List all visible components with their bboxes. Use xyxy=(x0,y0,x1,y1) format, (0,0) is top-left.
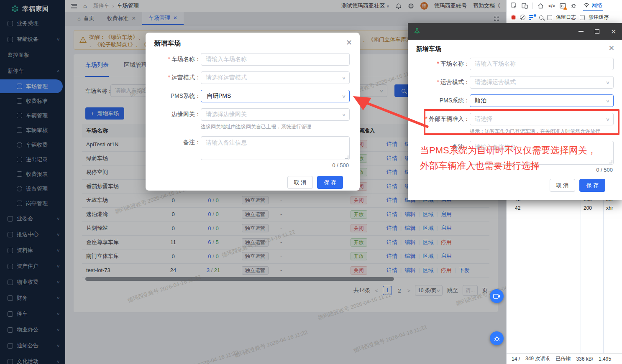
device-toolbar-icon[interactable] xyxy=(522,3,528,9)
pin-icon[interactable] xyxy=(414,28,420,35)
chevron-down-icon: ∨ xyxy=(606,99,610,104)
inspect-element-icon[interactable] xyxy=(511,3,517,9)
pms-field: PMS系统： 自研PMS∨ xyxy=(154,90,351,102)
tab-network[interactable]: 网络 xyxy=(583,0,603,11)
cancel-button[interactable]: 取 消 xyxy=(550,179,576,192)
lot-name-input[interactable]: 请输入车场名称 xyxy=(470,58,614,70)
annotation-arrow-icon xyxy=(348,92,432,130)
status-summary-item: 14 / xyxy=(512,356,520,362)
close-icon[interactable]: ✕ xyxy=(609,44,614,53)
text-caret xyxy=(206,93,206,99)
modal-title: 新增车场 xyxy=(146,33,360,48)
sources-panel-icon[interactable]: </> xyxy=(548,3,555,8)
filter-icon[interactable] xyxy=(529,15,535,20)
bug-icon xyxy=(494,335,500,342)
chevron-down-icon: ∨ xyxy=(342,112,346,117)
remark-textarea[interactable]: 请输入备注信息 xyxy=(201,136,350,160)
op-mode-field: *运营模式： 请选择运营模式∨ xyxy=(154,71,351,84)
preserve-log-label: 保留日志 xyxy=(556,14,576,21)
close-icon[interactable]: ✕ xyxy=(346,38,352,47)
status-summary-item: 336 kB/ xyxy=(576,356,593,362)
cancel-button[interactable]: 取 消 xyxy=(287,176,313,189)
lot-name-field: *车场名称： 请输入车场名称 xyxy=(416,58,614,70)
wifi-icon xyxy=(584,3,589,8)
screen: 幸福家园 业务受理智能设备∨监控面板新停车∧车场管理收费标准车辆管理车辆审核车辆… xyxy=(0,0,622,364)
required-asterisk: * xyxy=(168,56,170,62)
devtools-toolbar: </> 网络 xyxy=(507,0,622,11)
annotation-highlight-box xyxy=(424,109,619,135)
chevron-down-icon: ∨ xyxy=(342,94,346,99)
network-controls: 保留日志 禁用缓存 xyxy=(507,11,622,24)
warning-badge-icon xyxy=(563,6,567,10)
remark-field: 备注： 请输入备注信息 0 / 500 xyxy=(154,136,351,171)
preserve-log-checkbox[interactable] xyxy=(547,15,552,20)
devtools-status-bar: 14 /349 次请求已传输336 kB/1,495 xyxy=(507,353,622,364)
record-network-icon[interactable] xyxy=(511,15,516,20)
add-lot-modal: 新增车场 ✕ *车场名称： 请输入车场名称 *运营模式： 请选择运营模式∨ PM… xyxy=(146,33,360,191)
close-window-icon[interactable]: ✕ xyxy=(611,28,616,35)
lot-name-field: *车场名称： 请输入车场名称 xyxy=(154,53,351,66)
op-mode-field: *运营模式： 请选择运营模式∨ xyxy=(416,76,614,89)
camera-icon xyxy=(493,293,500,299)
annotation-note: 当PMS系统为自研时不仅仅需要选择网关， 外部车辆准入也需要进行选择 xyxy=(420,143,596,173)
console-panel-icon[interactable] xyxy=(560,3,566,9)
disable-cache-label: 禁用缓存 xyxy=(589,14,609,21)
lot-name-input[interactable]: 请输入车场名称 xyxy=(201,53,350,66)
minimize-window-icon[interactable] xyxy=(578,31,584,32)
issues-bug-icon[interactable] xyxy=(571,3,577,9)
disable-cache-checkbox[interactable] xyxy=(580,15,585,20)
chevron-down-icon: ∨ xyxy=(342,76,346,81)
resize-handle-icon[interactable] xyxy=(345,155,348,159)
gateway-helper-text: 边缘网关地址由边缘网关自己上报，系统进行管理 xyxy=(201,123,350,130)
resize-handle-icon xyxy=(609,160,612,163)
screen-record-fab-button[interactable] xyxy=(490,289,504,303)
pms-select[interactable]: 顺泊∨ xyxy=(470,94,614,107)
op-mode-select[interactable]: 请选择运营模式∨ xyxy=(201,71,350,84)
status-summary-item: 349 次请求 xyxy=(525,355,550,362)
gateway-select[interactable]: 请选择边缘网关∨ xyxy=(201,108,350,121)
op-mode-select[interactable]: 请选择运营模式∨ xyxy=(470,76,614,89)
save-button[interactable]: 保 存 xyxy=(579,179,605,192)
home-panel-icon[interactable] xyxy=(538,3,544,9)
pinned-window-titlebar[interactable]: ✕ xyxy=(408,23,622,40)
maximize-window-icon[interactable] xyxy=(595,29,599,34)
required-asterisk: * xyxy=(168,74,170,81)
required-asterisk: * xyxy=(437,60,439,67)
pms-select[interactable]: 自研PMS∨ xyxy=(201,90,350,102)
status-summary-item: 已传输 xyxy=(555,355,571,362)
status-summary-item: 1,495 xyxy=(599,356,611,362)
pms-field: PMS系统： 顺泊∨ xyxy=(416,94,614,107)
chevron-down-icon: ∨ xyxy=(606,80,610,85)
search-network-icon[interactable] xyxy=(539,15,543,20)
pinned-modal-title: 新增车场 xyxy=(408,40,622,53)
required-asterisk: * xyxy=(437,79,439,85)
clear-network-icon[interactable] xyxy=(520,15,525,20)
gateway-field: 边缘网关： 请选择边缘网关∨ 边缘网关地址由边缘网关自己上报，系统进行管理 xyxy=(154,108,351,130)
network-request-row[interactable]: 42200xhr xyxy=(507,204,622,212)
save-button[interactable]: 保 存 xyxy=(317,176,343,189)
debug-fab-button[interactable] xyxy=(490,331,504,345)
char-counter: 0 / 500 xyxy=(201,162,349,168)
